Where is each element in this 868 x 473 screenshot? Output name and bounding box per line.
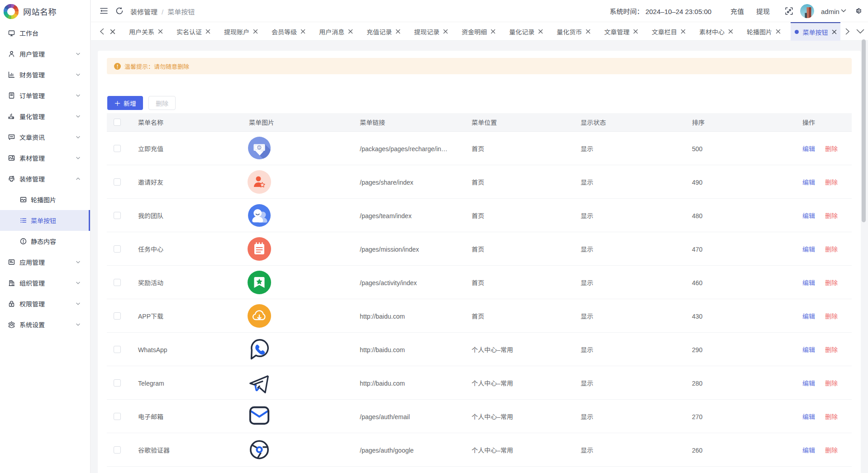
svg-text:S: S	[258, 145, 261, 150]
